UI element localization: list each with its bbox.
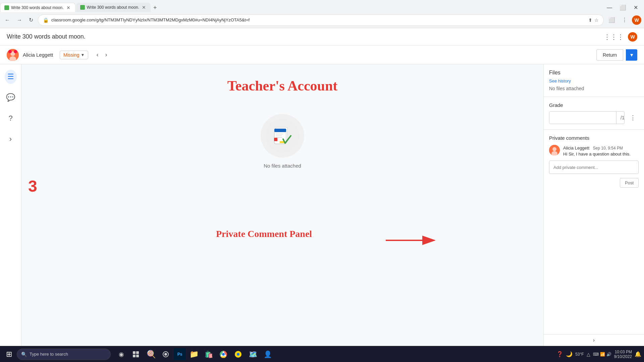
address-bar[interactable]: 🔒 classroom.google.com/g/tg/NTM3MTIyNDYy… — [38, 14, 604, 26]
svg-rect-20 — [136, 351, 139, 354]
taskbar-app-circle[interactable] — [159, 348, 172, 361]
student-nav: ‹ › — [94, 50, 110, 60]
annotation-label: Private Comment Panel — [216, 229, 312, 239]
right-panel: Files See history No files attached Grad… — [543, 64, 644, 346]
taskbar-search[interactable]: 🔍 Type here to search — [17, 349, 111, 360]
taskbar-cortana[interactable]: ◉ — [115, 348, 128, 361]
taskbar-date: 9/10/2022 — [614, 354, 632, 359]
taskbar-notifications-icon[interactable]: △ — [587, 352, 590, 357]
tab-1-favicon — [4, 5, 9, 10]
svg-rect-12 — [274, 138, 277, 141]
grade-input-row: /100 — [549, 111, 625, 124]
header-profile-badge[interactable]: W — [628, 32, 637, 42]
expand-icon[interactable]: › — [544, 334, 644, 346]
taskbar-task-view[interactable] — [129, 348, 143, 361]
forward-button[interactable]: → — [15, 15, 24, 25]
return-dropdown-button[interactable]: ▼ — [626, 49, 637, 61]
taskbar-app-chrome-canary[interactable] — [231, 348, 245, 361]
tab-2[interactable]: Write 300 words about moon. ✕ — [76, 3, 151, 12]
taskbar-time[interactable]: 10:03 PM 9/10/2022 — [614, 350, 632, 359]
svg-point-4 — [14, 50, 17, 53]
grade-input[interactable] — [549, 112, 616, 124]
status-badge[interactable]: Missing ▼ — [60, 51, 88, 59]
taskbar-temperature: 53°F — [575, 352, 584, 357]
taskbar-app-files[interactable]: 📁 — [187, 348, 201, 361]
taskbar-help-icon[interactable]: ❓ — [556, 351, 563, 357]
svg-point-17 — [552, 147, 556, 151]
add-comment-input[interactable] — [549, 161, 639, 174]
comments-title: Private comments — [549, 135, 639, 141]
arrow-annotation — [386, 232, 439, 250]
tab-2-title: Write 300 words about moon. — [87, 5, 140, 10]
comments-section: Private comments Alicia Leggett Sep 10, … — [544, 130, 644, 334]
taskbar-clock: 10:03 PM — [615, 350, 632, 354]
new-tab-button[interactable]: + — [151, 4, 160, 12]
comment-body: Alicia Leggett Sep 10, 9:54 PM Hi Sir, I… — [563, 145, 639, 157]
reload-button[interactable]: ↻ — [27, 15, 35, 25]
no-files-illustration — [261, 114, 304, 158]
taskbar-app-store[interactable]: 🛍️ — [202, 348, 215, 361]
left-sidebar: ☰ 💬 ? › — [0, 64, 21, 346]
taskbar-notification-bell[interactable]: 🔔 — [635, 351, 641, 357]
taskbar-app-candy[interactable]: 🍭 — [144, 348, 158, 361]
grade-max: /100 — [616, 112, 625, 124]
expand-right-icon[interactable]: › — [7, 132, 14, 146]
taskbar-search-text: Type here to search — [30, 352, 68, 357]
maximize-button[interactable]: ⬜ — [616, 3, 630, 12]
taskbar-app-avatar[interactable]: 👤 — [261, 348, 274, 361]
taskbar-app-photoshop[interactable]: Ps — [174, 348, 186, 360]
help-icon[interactable]: ? — [6, 111, 15, 125]
back-button[interactable]: ← — [3, 15, 12, 25]
taskbar-app-chrome[interactable] — [217, 348, 230, 361]
svg-rect-9 — [276, 134, 283, 134]
documents-icon[interactable]: ☰ — [5, 70, 17, 84]
main-heading: Teacher's Account — [227, 78, 338, 94]
taskbar-search-icon: 🔍 — [21, 352, 27, 357]
svg-rect-19 — [133, 351, 136, 354]
address-bar-icons: ⬆ ☆ — [588, 17, 599, 23]
header-right: ⋮⋮⋮ W — [604, 32, 637, 42]
taskbar-volume-icon: 🔊 — [606, 352, 611, 357]
annotation-number: 3 — [28, 177, 37, 195]
return-button[interactable]: Return — [596, 49, 623, 61]
profile-badge[interactable]: W — [632, 15, 641, 25]
post-button[interactable]: Post — [620, 178, 639, 188]
student-name: Alicia Leggett — [23, 52, 53, 58]
taskbar-app-maps[interactable]: 🗺️ — [246, 348, 260, 361]
bookmark-icon[interactable]: ☆ — [594, 17, 599, 23]
taskbar-moon-icon: 🌙 — [566, 351, 573, 357]
tab-bar: Write 300 words about moon. ✕ Write 300 … — [0, 0, 644, 12]
url-text: classroom.google.com/g/tg/NTM3MTIyNDYyNz… — [51, 17, 586, 22]
tab-2-favicon — [80, 5, 85, 10]
app-header: Write 300 words about moon. ⋮⋮⋮ W — [0, 28, 644, 46]
page-title: Write 300 words about moon. — [7, 33, 86, 40]
files-section: Files See history No files attached — [544, 64, 644, 97]
extensions-button[interactable]: ⬜ — [606, 15, 617, 25]
files-header: Files — [549, 70, 639, 76]
see-history-link[interactable]: See history — [549, 78, 571, 83]
minimize-button[interactable]: — — [603, 3, 615, 12]
commenter-name: Alicia Leggett — [563, 145, 589, 150]
close-button[interactable]: ✕ — [630, 3, 641, 12]
tab-1-active[interactable]: Write 300 words about moon. ✕ — [0, 3, 75, 12]
comment-time: Sep 10, 9:54 PM — [593, 146, 623, 150]
status-text: Missing — [63, 52, 79, 58]
next-student-button[interactable]: › — [102, 50, 110, 60]
tab-2-close[interactable]: ✕ — [141, 4, 147, 11]
no-files-container: No files attached — [261, 114, 304, 169]
grade-menu-icon[interactable]: ⋮ — [627, 111, 639, 124]
grade-title: Grade — [549, 102, 639, 108]
grid-icon[interactable]: ⋮⋮⋮ — [604, 33, 624, 41]
menu-button[interactable]: ⋮ — [620, 15, 629, 25]
prev-student-button[interactable]: ‹ — [94, 50, 101, 60]
no-files-text: No files attached — [264, 163, 301, 169]
center-content: 3 Teacher's Account — [21, 64, 543, 346]
tab-1-close[interactable]: ✕ — [66, 4, 71, 11]
start-button[interactable]: ⊞ — [3, 349, 15, 360]
chat-icon[interactable]: 💬 — [3, 90, 18, 105]
svg-point-26 — [222, 353, 225, 356]
svg-rect-22 — [136, 355, 139, 357]
commenter-avatar — [549, 145, 560, 156]
taskbar-sys-icons: ⌨ 📶 🔊 — [593, 352, 611, 357]
share-icon[interactable]: ⬆ — [588, 17, 592, 23]
